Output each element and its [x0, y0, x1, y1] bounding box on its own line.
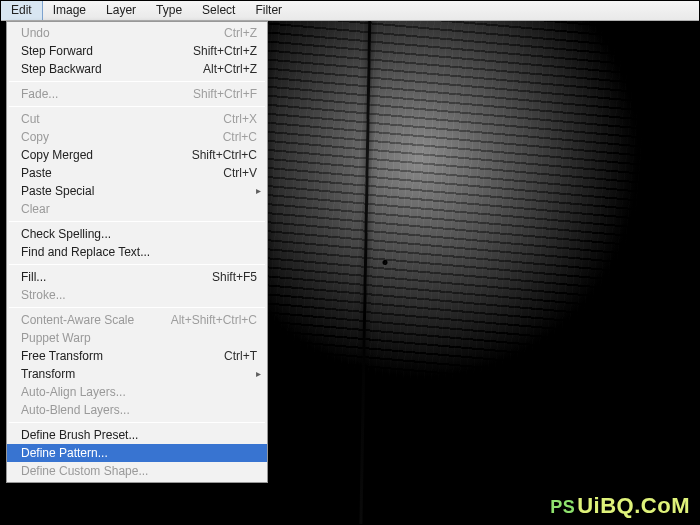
- menubar-item-filter[interactable]: Filter: [245, 0, 292, 20]
- menu-item-cut[interactable]: CutCtrl+X: [7, 110, 267, 128]
- menu-item-label: Clear: [21, 200, 50, 218]
- menu-item-paste-special[interactable]: Paste Special: [7, 182, 267, 200]
- menu-item-define-brush-preset[interactable]: Define Brush Preset...: [7, 426, 267, 444]
- menu-item-find-and-replace-text[interactable]: Find and Replace Text...: [7, 243, 267, 261]
- menu-item-define-custom-shape[interactable]: Define Custom Shape...: [7, 462, 267, 480]
- menubar: EditImageLayerTypeSelectFilter: [0, 0, 700, 21]
- menu-item-label: Stroke...: [21, 286, 66, 304]
- menu-item-shortcut: Ctrl+X: [223, 110, 257, 128]
- menu-item-label: Puppet Warp: [21, 329, 91, 347]
- menu-item-shortcut: Shift+Ctrl+C: [192, 146, 257, 164]
- menu-separator: [9, 221, 265, 222]
- menu-item-label: Transform: [21, 365, 75, 383]
- menu-item-label: Define Brush Preset...: [21, 426, 138, 444]
- menu-item-shortcut: Shift+Ctrl+F: [193, 85, 257, 103]
- menu-item-label: Free Transform: [21, 347, 103, 365]
- menu-item-copy[interactable]: CopyCtrl+C: [7, 128, 267, 146]
- menu-item-check-spelling[interactable]: Check Spelling...: [7, 225, 267, 243]
- menu-item-label: Define Custom Shape...: [21, 462, 148, 480]
- menu-item-shortcut: Shift+F5: [212, 268, 257, 286]
- menu-item-transform[interactable]: Transform: [7, 365, 267, 383]
- menu-item-label: Step Backward: [21, 60, 102, 78]
- menu-item-label: Fill...: [21, 268, 46, 286]
- menu-item-auto-blend-layers[interactable]: Auto-Blend Layers...: [7, 401, 267, 419]
- menu-separator: [9, 264, 265, 265]
- menu-item-label: Undo: [21, 24, 50, 42]
- menu-item-paste[interactable]: PasteCtrl+V: [7, 164, 267, 182]
- menu-item-shortcut: Ctrl+T: [224, 347, 257, 365]
- watermark: PSUiBQ.CoM: [550, 493, 690, 519]
- menu-separator: [9, 307, 265, 308]
- menu-item-label: Copy Merged: [21, 146, 93, 164]
- watermark-text: UiBQ.CoM: [577, 493, 690, 518]
- menu-item-step-forward[interactable]: Step ForwardShift+Ctrl+Z: [7, 42, 267, 60]
- menu-item-puppet-warp[interactable]: Puppet Warp: [7, 329, 267, 347]
- menu-item-label: Paste Special: [21, 182, 94, 200]
- menu-item-step-backward[interactable]: Step BackwardAlt+Ctrl+Z: [7, 60, 267, 78]
- menu-item-shortcut: Shift+Ctrl+Z: [193, 42, 257, 60]
- menu-item-label: Copy: [21, 128, 49, 146]
- menubar-item-select[interactable]: Select: [192, 0, 245, 20]
- menu-item-label: Auto-Blend Layers...: [21, 401, 130, 419]
- menubar-item-edit[interactable]: Edit: [0, 0, 43, 20]
- menubar-item-layer[interactable]: Layer: [96, 0, 146, 20]
- menu-item-define-pattern[interactable]: Define Pattern...: [7, 444, 267, 462]
- menu-item-stroke[interactable]: Stroke...: [7, 286, 267, 304]
- menu-item-shortcut: Alt+Shift+Ctrl+C: [171, 311, 257, 329]
- menu-item-copy-merged[interactable]: Copy MergedShift+Ctrl+C: [7, 146, 267, 164]
- watermark-prefix: PS: [550, 497, 575, 517]
- menu-item-label: Paste: [21, 164, 52, 182]
- edit-menu-dropdown: UndoCtrl+ZStep ForwardShift+Ctrl+ZStep B…: [6, 21, 268, 483]
- menu-item-label: Step Forward: [21, 42, 93, 60]
- menubar-item-type[interactable]: Type: [146, 0, 192, 20]
- menu-item-label: Content-Aware Scale: [21, 311, 134, 329]
- menu-item-shortcut: Ctrl+V: [223, 164, 257, 182]
- menu-item-fade[interactable]: Fade...Shift+Ctrl+F: [7, 85, 267, 103]
- menu-item-undo[interactable]: UndoCtrl+Z: [7, 24, 267, 42]
- menu-item-label: Auto-Align Layers...: [21, 383, 126, 401]
- menu-item-free-transform[interactable]: Free TransformCtrl+T: [7, 347, 267, 365]
- menu-item-fill[interactable]: Fill...Shift+F5: [7, 268, 267, 286]
- menu-item-content-aware-scale[interactable]: Content-Aware ScaleAlt+Shift+Ctrl+C: [7, 311, 267, 329]
- menu-item-clear[interactable]: Clear: [7, 200, 267, 218]
- menu-item-auto-align-layers[interactable]: Auto-Align Layers...: [7, 383, 267, 401]
- menu-item-shortcut: Ctrl+Z: [224, 24, 257, 42]
- menu-item-label: Define Pattern...: [21, 444, 108, 462]
- menu-item-shortcut: Alt+Ctrl+Z: [203, 60, 257, 78]
- menu-separator: [9, 422, 265, 423]
- menu-item-shortcut: Ctrl+C: [223, 128, 257, 146]
- menu-item-label: Check Spelling...: [21, 225, 111, 243]
- menubar-item-image[interactable]: Image: [43, 0, 96, 20]
- menu-item-label: Fade...: [21, 85, 58, 103]
- menu-item-label: Cut: [21, 110, 40, 128]
- menu-separator: [9, 81, 265, 82]
- menu-separator: [9, 106, 265, 107]
- menu-item-label: Find and Replace Text...: [21, 243, 150, 261]
